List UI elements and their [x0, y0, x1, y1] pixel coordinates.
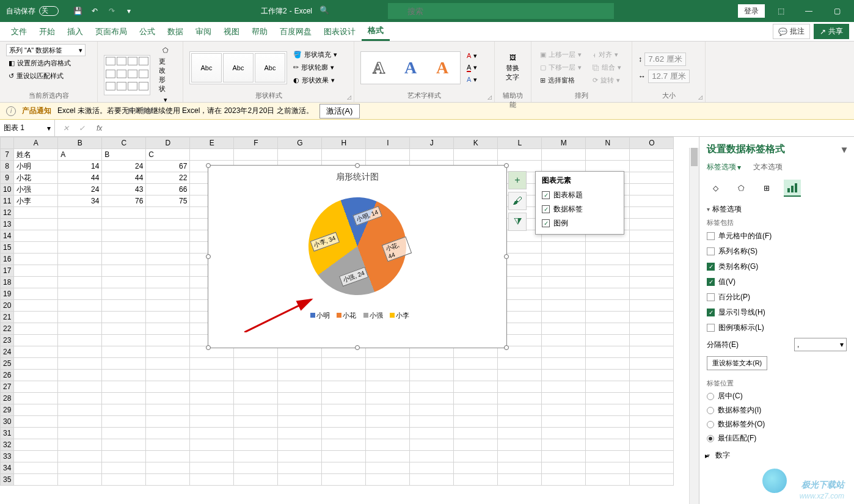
cell[interactable] [58, 393, 102, 404]
cell[interactable] [586, 416, 630, 428]
cell[interactable] [630, 416, 674, 428]
text-outline-button[interactable]: A▾ [464, 62, 480, 73]
cell[interactable] [278, 416, 322, 428]
resize-handle[interactable] [355, 345, 360, 350]
cell[interactable] [102, 404, 146, 416]
cell[interactable] [14, 254, 58, 265]
cell[interactable] [146, 277, 190, 288]
cell[interactable] [146, 230, 190, 242]
search-input[interactable] [388, 3, 614, 19]
cell[interactable] [278, 462, 322, 474]
cell[interactable] [190, 370, 234, 381]
cell[interactable] [14, 288, 58, 300]
cell[interactable]: 14 [58, 161, 102, 172]
cell[interactable] [102, 207, 146, 219]
tab-review[interactable]: 审阅 [189, 22, 217, 41]
cell[interactable] [630, 428, 674, 439]
cell[interactable] [278, 358, 322, 370]
cell[interactable] [102, 416, 146, 428]
comments-button[interactable]: 💬批注 [773, 24, 810, 39]
col-header[interactable]: K [454, 137, 498, 149]
shape-outline-button[interactable]: ✏形状轮廓▾ [291, 62, 340, 73]
row-header[interactable]: 13 [1, 219, 14, 230]
checkbox[interactable] [707, 247, 715, 255]
col-header[interactable]: G [278, 137, 322, 149]
radio[interactable] [707, 393, 714, 400]
cell[interactable] [58, 254, 102, 265]
label-options-icon[interactable] [784, 180, 801, 197]
row-header[interactable]: 34 [1, 462, 14, 474]
size-props-icon[interactable]: ⊞ [758, 180, 775, 197]
cell[interactable] [146, 358, 190, 370]
cell[interactable] [542, 288, 586, 300]
wordart-preset-1[interactable]: A [363, 54, 394, 81]
cell[interactable]: 22 [146, 172, 190, 184]
cell[interactable] [630, 393, 674, 404]
cell[interactable] [586, 451, 630, 462]
cell[interactable] [190, 428, 234, 439]
scrollbar-thumb[interactable] [691, 148, 698, 166]
cell[interactable] [102, 254, 146, 265]
cell[interactable] [322, 474, 366, 486]
cell[interactable] [14, 474, 58, 486]
col-header[interactable]: F [234, 137, 278, 149]
cell[interactable] [58, 428, 102, 439]
cell[interactable] [542, 381, 586, 393]
reset-label-text-button[interactable]: 重设标签文本(R) [707, 356, 767, 370]
shape-effects-button[interactable]: ◐形状效果▾ [291, 75, 340, 86]
cell[interactable] [146, 428, 190, 439]
cell[interactable] [630, 172, 674, 184]
position-option-0[interactable]: 居中(C) [707, 389, 847, 403]
cell[interactable] [190, 416, 234, 428]
login-button[interactable]: 登录 [738, 4, 765, 18]
cell[interactable] [102, 312, 146, 323]
cell[interactable] [454, 370, 498, 381]
cell[interactable] [58, 462, 102, 474]
cell[interactable] [190, 462, 234, 474]
cell[interactable] [322, 462, 366, 474]
row-header[interactable]: 26 [1, 370, 14, 381]
cell[interactable] [630, 439, 674, 451]
chk-chart-title[interactable]: ✓图表标题 [542, 188, 618, 202]
vertical-scrollbar[interactable] [689, 148, 699, 504]
cell[interactable] [58, 439, 102, 451]
cell[interactable]: 小花 [14, 172, 58, 184]
row-header[interactable]: 11 [1, 195, 14, 207]
cell[interactable] [630, 219, 674, 230]
tab-view[interactable]: 视图 [217, 22, 246, 41]
cell[interactable] [278, 474, 322, 486]
effects-icon[interactable]: ⬠ [732, 180, 750, 197]
chk-legend[interactable]: ✓图例 [542, 216, 618, 230]
dialog-launcher-icon[interactable]: ◿ [345, 93, 352, 101]
cell[interactable] [542, 242, 586, 254]
data-label-3[interactable]: 小李, 34 [310, 232, 340, 252]
fx-icon[interactable]: fx [93, 124, 106, 133]
cell[interactable] [146, 335, 190, 346]
cell[interactable] [146, 370, 190, 381]
cell[interactable] [542, 346, 586, 358]
style-preset-1[interactable]: Abc [191, 53, 222, 82]
cell[interactable] [190, 439, 234, 451]
cell[interactable] [102, 346, 146, 358]
cell[interactable] [102, 219, 146, 230]
tab-data[interactable]: 数据 [161, 22, 189, 41]
row-header[interactable]: 10 [1, 184, 14, 195]
row-header[interactable]: 7 [1, 149, 14, 161]
shapes-gallery[interactable] [104, 55, 150, 95]
cell[interactable] [102, 300, 146, 312]
selection-dropdown[interactable]: 系列 "A" 数据标签▾ [6, 44, 86, 56]
cell[interactable] [278, 439, 322, 451]
cell[interactable] [498, 358, 542, 370]
cell[interactable] [14, 381, 58, 393]
cell[interactable] [146, 462, 190, 474]
cell[interactable] [234, 416, 278, 428]
cell[interactable] [14, 346, 58, 358]
chart-styles-button[interactable]: 🖌 [508, 192, 527, 210]
cell[interactable] [58, 474, 102, 486]
cell[interactable] [410, 358, 454, 370]
cell[interactable] [586, 242, 630, 254]
cell[interactable] [14, 393, 58, 404]
cell[interactable] [454, 451, 498, 462]
cell[interactable] [366, 149, 410, 161]
cell[interactable] [454, 416, 498, 428]
